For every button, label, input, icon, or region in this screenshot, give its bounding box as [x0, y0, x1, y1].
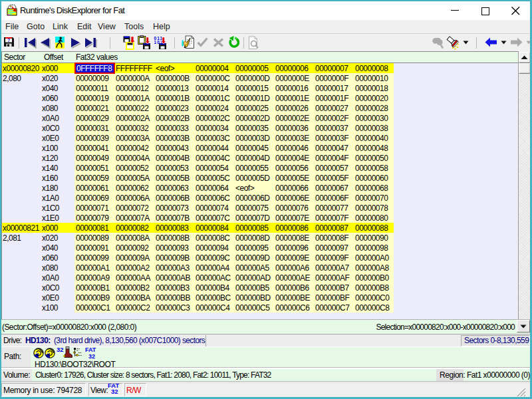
svg-text:?: ? — [7, 38, 10, 43]
